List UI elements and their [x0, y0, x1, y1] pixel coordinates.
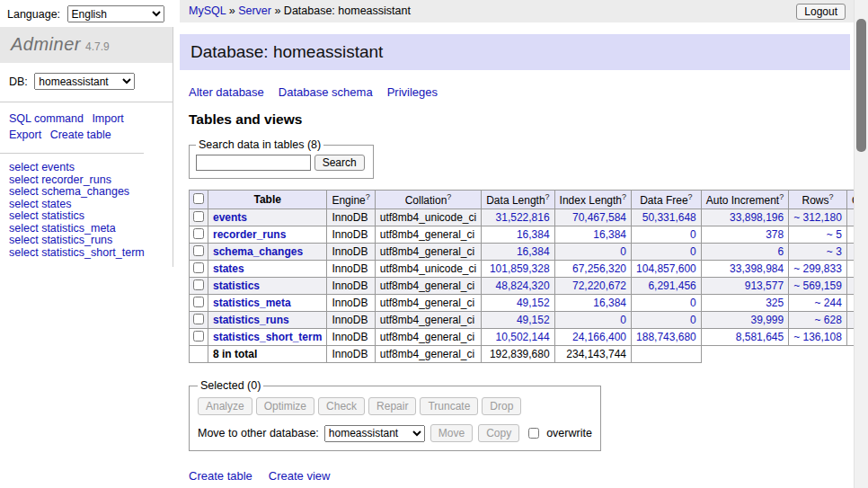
sidebar-select-states[interactable]: select states	[9, 199, 164, 211]
data-length-link[interactable]: 31,522,816	[496, 211, 550, 224]
auto-increment-link[interactable]: 325	[766, 297, 784, 309]
row-checkbox[interactable]	[193, 331, 204, 342]
db-select[interactable]: homeassistant	[34, 73, 135, 90]
help-marker[interactable]: ?	[829, 192, 834, 201]
help-marker[interactable]: ?	[447, 192, 451, 201]
help-marker[interactable]: ?	[622, 192, 626, 201]
sidebar-action-create-table[interactable]: Create table	[50, 129, 111, 141]
sidebar-select-schema-changes[interactable]: select schema_changes	[9, 186, 164, 199]
breadcrumb-link-server[interactable]: Server	[238, 4, 271, 17]
index-length-link[interactable]: 0	[620, 245, 626, 258]
data-length-link[interactable]: 10,502,144	[496, 331, 550, 343]
index-length-link[interactable]: 0	[620, 314, 626, 326]
sidebar-select-statistics-runs[interactable]: select statistics_runs	[9, 235, 164, 247]
data-length-link[interactable]: 16,384	[517, 245, 550, 258]
help-marker[interactable]: ?	[779, 192, 784, 201]
breadcrumb-link-mysql[interactable]: MySQL	[189, 4, 226, 17]
index-length-link[interactable]: 70,467,584	[572, 211, 626, 224]
data-free-link[interactable]: 6,291,456	[648, 279, 695, 292]
create-table-link[interactable]: Create table	[189, 469, 252, 483]
search-input[interactable]	[196, 155, 311, 171]
row-checkbox[interactable]	[193, 245, 204, 256]
data-free-link[interactable]: 0	[690, 297, 696, 309]
sidebar-select-statistics-short-term[interactable]: select statistics_short_term	[9, 247, 164, 260]
truncate-button[interactable]: Truncate	[420, 397, 478, 415]
data-free-link[interactable]: 188,743,680	[636, 331, 696, 343]
row-checkbox[interactable]	[193, 211, 204, 222]
privileges-link[interactable]: Privileges	[387, 85, 438, 99]
table-link-statistics-meta[interactable]: statistics_meta	[213, 297, 291, 309]
table-link-statistics[interactable]: statistics	[213, 279, 260, 292]
sidebar-select-events[interactable]: select events	[9, 162, 164, 174]
move-database-select[interactable]: homeassistant	[324, 425, 425, 442]
help-marker[interactable]: ?	[366, 192, 370, 201]
index-length-link[interactable]: 16,384	[593, 228, 626, 241]
index-length-link[interactable]: 72,220,672	[572, 279, 626, 292]
table-link-recorder-runs[interactable]: recorder_runs	[213, 228, 286, 241]
data-free-link[interactable]: 50,331,648	[642, 211, 696, 224]
logout-button[interactable]: Logout	[796, 4, 846, 20]
data-free-link[interactable]: 104,857,600	[636, 262, 696, 275]
data-length-link[interactable]: 16,384	[517, 228, 550, 241]
table-link-events[interactable]: events	[213, 211, 247, 224]
database-schema-link[interactable]: Database schema	[279, 85, 373, 99]
data-free-link[interactable]: 0	[690, 245, 696, 258]
sidebar-select-recorder-runs[interactable]: select recorder_runs	[9, 174, 164, 187]
data-length-link[interactable]: 101,859,328	[490, 262, 550, 275]
rows-link[interactable]: ~ 628	[815, 314, 842, 326]
auto-increment-link[interactable]: 6	[777, 245, 784, 258]
help-marker[interactable]: ?	[545, 192, 550, 201]
auto-increment-link[interactable]: 39,999	[750, 314, 784, 326]
help-marker[interactable]: ?	[688, 192, 693, 201]
data-length-link[interactable]: 49,152	[517, 314, 550, 326]
data-free-link[interactable]: 0	[690, 314, 696, 326]
table-link-schema-changes[interactable]: schema_changes	[213, 245, 303, 258]
rows-link[interactable]: ~ 299,833	[793, 262, 842, 275]
row-checkbox[interactable]	[193, 314, 204, 324]
sidebar-action-sql-command[interactable]: SQL command	[9, 112, 84, 125]
copy-button[interactable]: Copy	[478, 424, 519, 442]
index-length-link[interactable]: 24,166,400	[572, 331, 626, 343]
data-free-link[interactable]: 0	[690, 228, 696, 241]
overwrite-checkbox[interactable]	[528, 428, 539, 439]
row-checkbox[interactable]	[193, 228, 204, 239]
auto-increment-link[interactable]: 378	[766, 228, 784, 241]
table-link-statistics-runs[interactable]: statistics_runs	[213, 314, 289, 326]
search-button[interactable]: Search	[314, 155, 365, 171]
optimize-button[interactable]: Optimize	[256, 397, 314, 415]
sidebar-action-import[interactable]: Import	[92, 112, 123, 125]
data-length-link[interactable]: 49,152	[517, 297, 550, 309]
row-checkbox[interactable]	[193, 297, 204, 307]
index-length-link[interactable]: 16,384	[593, 297, 626, 309]
rows-link[interactable]: ~ 569,159	[793, 279, 842, 292]
scrollbar-thumb[interactable]	[856, 19, 866, 152]
auto-increment-link[interactable]: 33,398,984	[730, 262, 784, 275]
index-length-link[interactable]: 67,256,320	[572, 262, 626, 275]
sidebar-select-statistics-meta[interactable]: select statistics_meta	[9, 223, 164, 235]
row-checkbox[interactable]	[193, 279, 204, 290]
rows-link[interactable]: ~ 312,180	[793, 211, 842, 224]
rows-link[interactable]: ~ 5	[827, 228, 842, 241]
drop-button[interactable]: Drop	[482, 397, 521, 415]
auto-increment-link[interactable]: 8,581,645	[736, 331, 784, 343]
move-button[interactable]: Move	[430, 424, 473, 442]
rows-link[interactable]: ~ 3	[827, 245, 842, 258]
rows-link[interactable]: ~ 244	[815, 297, 842, 309]
select-all-checkbox[interactable]	[193, 193, 204, 204]
sidebar-action-export[interactable]: Export	[9, 129, 41, 141]
analyze-button[interactable]: Analyze	[198, 397, 252, 415]
auto-increment-link[interactable]: 33,898,196	[730, 211, 784, 224]
sidebar-select-statistics[interactable]: select statistics	[9, 210, 164, 223]
data-length-link[interactable]: 48,824,320	[496, 279, 550, 292]
row-checkbox[interactable]	[193, 262, 204, 273]
auto-increment-link[interactable]: 913,577	[745, 279, 784, 292]
create-view-link[interactable]: Create view	[269, 469, 331, 483]
table-link-states[interactable]: states	[213, 262, 244, 275]
language-select[interactable]: English	[67, 5, 164, 22]
vertical-scrollbar[interactable]	[854, 0, 868, 488]
rows-link[interactable]: ~ 136,108	[793, 331, 842, 343]
alter-database-link[interactable]: Alter database	[189, 85, 264, 99]
check-button[interactable]: Check	[318, 397, 365, 415]
repair-button[interactable]: Repair	[368, 397, 416, 415]
table-link-statistics-short-term[interactable]: statistics_short_term	[213, 331, 322, 343]
